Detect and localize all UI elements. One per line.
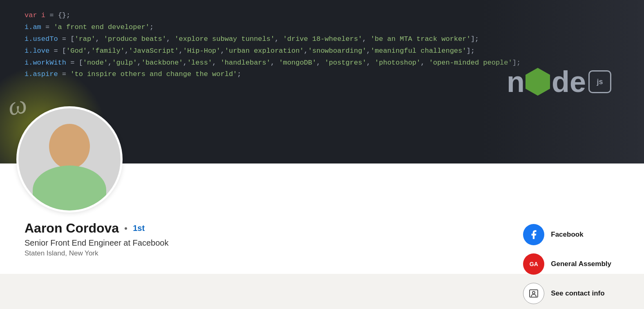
code-part: i.aspire	[25, 70, 58, 78]
code-part: 'a front end developer'	[54, 23, 150, 31]
code-part: ,	[95, 35, 103, 43]
code-part: ,	[362, 35, 370, 43]
code-part: i.am	[25, 23, 41, 31]
code-part: ,	[166, 35, 174, 43]
code-part: ];	[466, 47, 474, 55]
code-part: 'node'	[83, 59, 108, 67]
code-block: var i = {}; i.am = 'a front end develope…	[25, 10, 521, 81]
code-part: 'be an MTA track worker'	[371, 35, 471, 43]
avatar-person	[18, 108, 121, 210]
code-part: 'rap'	[74, 35, 95, 43]
code-part: [	[62, 47, 66, 55]
code-part: =	[45, 11, 58, 19]
code-part: ,	[221, 47, 225, 55]
code-part: =	[41, 23, 54, 31]
code-part: 'God'	[66, 47, 87, 55]
code-part: 'less'	[187, 59, 212, 67]
code-part: 'explore subway tunnels'	[174, 35, 275, 43]
code-part: 'urban exploration'	[225, 47, 304, 55]
code-line-line2: i.am = 'a front end developer';	[25, 22, 521, 34]
code-part: [	[70, 35, 74, 43]
code-line-line5: i.workWith = ['node','gulp','backbone','…	[25, 57, 521, 69]
code-part: var i	[25, 11, 45, 19]
code-part: =	[49, 47, 62, 55]
code-part: ,	[125, 47, 129, 55]
facebook-label: Facebook	[551, 231, 583, 239]
code-part: ];	[471, 35, 479, 43]
action-item-general-assembly[interactable]: GAGeneral Assembly	[523, 253, 611, 275]
squiggle-decoration: ω	[6, 91, 29, 120]
code-part: 'mongoDB'	[279, 59, 316, 67]
code-part: 'photoshop'	[375, 59, 420, 67]
profile-name: Aaron Cordova	[25, 221, 119, 236]
node-letter-e: e	[570, 65, 586, 99]
code-part: ,	[275, 35, 283, 43]
code-line-line6: i.aspire = 'to inspire others and change…	[25, 69, 521, 81]
code-part: 'drive 18-wheelers'	[283, 35, 362, 43]
facebook-icon	[523, 224, 544, 245]
svg-point-1	[532, 291, 535, 294]
code-part: {};	[58, 11, 71, 19]
code-part: ,	[367, 59, 375, 67]
code-part: 'snowboarding'	[308, 47, 367, 55]
code-part: ,	[108, 59, 112, 67]
general-assembly-label: General Assembly	[551, 260, 611, 268]
code-part: =	[58, 70, 71, 78]
profile-section: Aaron Cordova 1st Senior Front End Engin…	[0, 163, 644, 274]
node-hex-icon	[525, 68, 550, 96]
right-actions: FacebookGAGeneral AssemblySee contact in…	[523, 224, 611, 304]
code-part: ,	[316, 59, 324, 67]
code-part: [	[79, 59, 83, 67]
code-line-line4: i.love = ['God','family','JavaScript','H…	[25, 45, 521, 57]
code-part: 'backbone'	[141, 59, 183, 67]
code-part: ,	[212, 59, 220, 67]
action-item-facebook[interactable]: Facebook	[523, 224, 611, 245]
code-part: i.usedTo	[25, 35, 58, 43]
contact-info-label: See contact info	[551, 289, 604, 298]
contact-info-icon	[523, 283, 544, 304]
code-part: =	[66, 59, 79, 67]
code-part: 'JavaScript'	[129, 47, 179, 55]
code-part: ,	[179, 47, 183, 55]
connection-dot	[125, 227, 127, 230]
code-part: ,	[87, 47, 91, 55]
code-part: ,	[420, 59, 429, 67]
node-letter-n: n	[507, 65, 524, 99]
code-part: ,	[271, 59, 279, 67]
code-part: 'postgres'	[325, 59, 367, 67]
nodejs-logo: n d e js	[507, 65, 611, 99]
code-part: =	[58, 35, 71, 43]
code-part: i.love	[25, 47, 49, 55]
avatar	[16, 106, 123, 213]
action-item-contact-info[interactable]: See contact info	[523, 283, 611, 304]
code-part: 'produce beats'	[104, 35, 166, 43]
code-line-line1: var i = {};	[25, 10, 521, 22]
code-part: ,	[304, 47, 308, 55]
code-part: 'to inspire others and change the world'	[70, 70, 237, 78]
general-assembly-icon: GA	[523, 253, 544, 275]
code-part: 'gulp'	[112, 59, 137, 67]
code-part: ,	[137, 59, 141, 67]
code-part: 'handlebars'	[221, 59, 271, 67]
node-letter-d: d	[552, 65, 570, 99]
connection-badge[interactable]: 1st	[133, 224, 145, 233]
avatar-body	[33, 166, 106, 210]
code-part: ,	[183, 59, 187, 67]
code-part: 'meaningful challenges'	[371, 47, 467, 55]
code-part: ,	[367, 47, 371, 55]
code-part: 'family'	[91, 47, 125, 55]
node-js-badge: js	[588, 70, 611, 93]
code-part: 'Hip-Hop'	[183, 47, 221, 55]
avatar-head	[49, 124, 90, 169]
code-part: 'open-minded people'	[429, 59, 512, 67]
code-part: i.workWith	[25, 59, 66, 67]
code-part: ;	[150, 23, 154, 31]
code-part: ;	[237, 70, 241, 78]
code-line-line3: i.usedTo = ['rap', 'produce beats', 'exp…	[25, 34, 521, 45]
